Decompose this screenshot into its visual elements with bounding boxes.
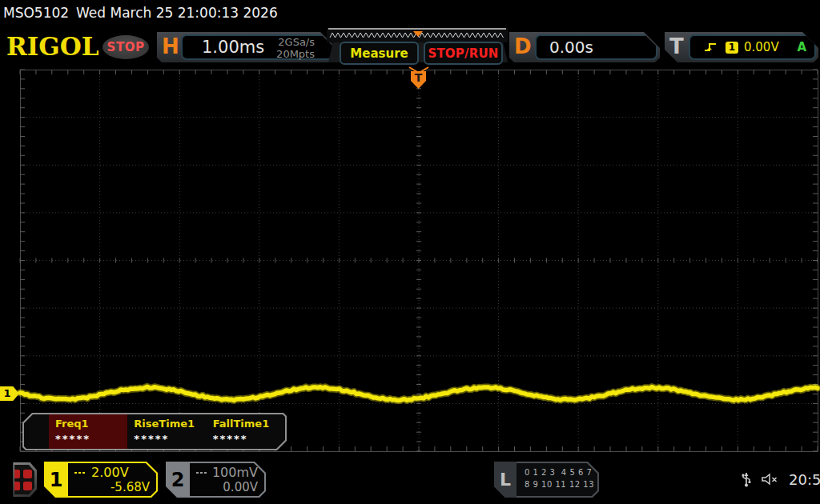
samplerate-memdepth: 2GSa/s 20Mpts bbox=[276, 37, 315, 61]
horizontal-label: H bbox=[162, 34, 179, 58]
usb-icon bbox=[741, 470, 752, 488]
channel2-offset: 0.00V bbox=[196, 480, 258, 494]
trigger-block[interactable]: T 1 0.00V A bbox=[665, 32, 818, 62]
logic-channels-block[interactable]: L 0 1 2 3 4 5 6 78 9 10 11 12 13 14 15 bbox=[494, 462, 599, 498]
delay-label: D bbox=[514, 34, 532, 58]
channel1-scale: 2.00V bbox=[91, 465, 129, 480]
memory-depth: 20Mpts bbox=[276, 48, 315, 60]
timebase-panel[interactable]: 1.00ms 2GSa/s 20Mpts bbox=[181, 34, 334, 60]
logic-row1: 0 1 2 3 4 5 6 7 bbox=[525, 468, 592, 477]
acquire-mode-indicator: A bbox=[797, 40, 806, 54]
trigger-source-badge: 1 bbox=[726, 42, 738, 54]
speaker-muted-icon bbox=[760, 471, 781, 487]
channel2-status-block[interactable]: 2 100mV 0.00V bbox=[166, 462, 266, 498]
delay-block[interactable]: D 0.00s bbox=[509, 32, 660, 62]
model-label: MSO5102 bbox=[3, 5, 69, 21]
datetime-label: Wed March 25 21:00:13 2026 bbox=[76, 5, 278, 21]
waveform-preview-strip[interactable] bbox=[327, 28, 508, 42]
stop-run-button[interactable]: STOP/RUN bbox=[424, 42, 503, 65]
measurement-value: ***** bbox=[134, 433, 206, 445]
trigger-level-value: 0.00V bbox=[744, 40, 779, 54]
measurement-item-falltime1[interactable]: FallTime1 ***** bbox=[207, 414, 285, 449]
run-state-badge: STOP bbox=[102, 35, 149, 59]
channel1-offset: -5.68V bbox=[74, 480, 150, 494]
measure-button[interactable]: Measure bbox=[340, 42, 419, 65]
measurement-overlay-inner: Freq1 ***** RiseTime1 ***** FallTime1 **… bbox=[24, 414, 285, 449]
measurement-label: FallTime1 bbox=[213, 418, 285, 430]
rigol-logo: RIGOL bbox=[6, 32, 99, 61]
delay-value: 0.00s bbox=[549, 38, 593, 57]
measurement-label: RiseTime1 bbox=[134, 418, 206, 430]
channel2-scale: 100mV bbox=[212, 465, 258, 480]
channel2-inner: 100mV 0.00V bbox=[190, 463, 264, 496]
timebase-value: 1.00ms bbox=[202, 38, 264, 57]
menu-grid-dot bbox=[23, 482, 32, 490]
dc-coupling-icon bbox=[196, 472, 207, 474]
channel1-inner: 2.00V -5.68V bbox=[68, 463, 156, 496]
logic-channel-list: 0 1 2 3 4 5 6 78 9 10 11 12 13 14 15 bbox=[517, 463, 597, 496]
measurement-item-risetime1[interactable]: RiseTime1 ***** bbox=[127, 414, 206, 449]
menu-grid-dot bbox=[23, 470, 32, 478]
sample-rate: 2GSa/s bbox=[278, 36, 315, 48]
measurement-value: ***** bbox=[213, 433, 285, 445]
preview-zigzag bbox=[327, 28, 508, 42]
delay-panel[interactable]: 0.00s bbox=[535, 34, 657, 60]
measurement-item-freq1[interactable]: Freq1 ***** bbox=[49, 414, 127, 449]
horizontal-settings-block[interactable]: H 1.00ms 2GSa/s 20Mpts bbox=[157, 32, 336, 62]
oscilloscope-screen: MSO5102 Wed March 25 21:00:13 2026 RIGOL… bbox=[0, 0, 820, 504]
clock-label: 20:59 bbox=[789, 471, 820, 488]
top-info-bar: MSO5102 Wed March 25 21:00:13 2026 bbox=[0, 0, 820, 24]
measurement-overlay[interactable]: Freq1 ***** RiseTime1 ***** FallTime1 **… bbox=[22, 413, 287, 450]
measurement-label: Freq1 bbox=[55, 418, 127, 430]
trigger-label: T bbox=[669, 34, 684, 58]
rising-edge-icon bbox=[703, 41, 718, 54]
status-icons: 20:59 bbox=[741, 470, 820, 488]
channel1-status-block[interactable]: 1 2.00V -5.68V bbox=[44, 462, 158, 498]
dc-coupling-icon bbox=[74, 472, 86, 474]
trigger-panel[interactable]: 1 0.00V A bbox=[689, 34, 816, 60]
measurement-value: ***** bbox=[55, 433, 127, 445]
